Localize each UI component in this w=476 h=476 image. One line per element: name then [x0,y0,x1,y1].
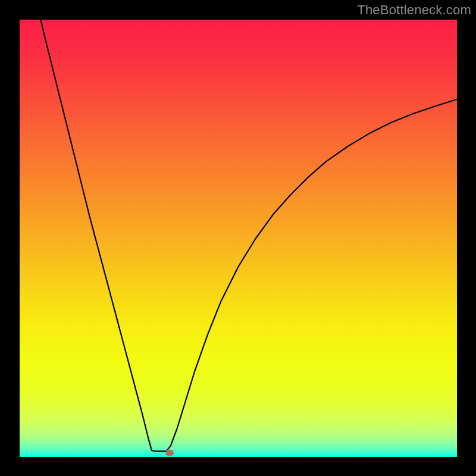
plot-area [20,20,457,457]
optimal-point-marker [165,450,174,456]
watermark-text: TheBottleneck.com [357,2,471,18]
bottleneck-curve [40,20,457,451]
curve-layer [20,20,457,457]
chart-frame: TheBottleneck.com [0,0,476,476]
